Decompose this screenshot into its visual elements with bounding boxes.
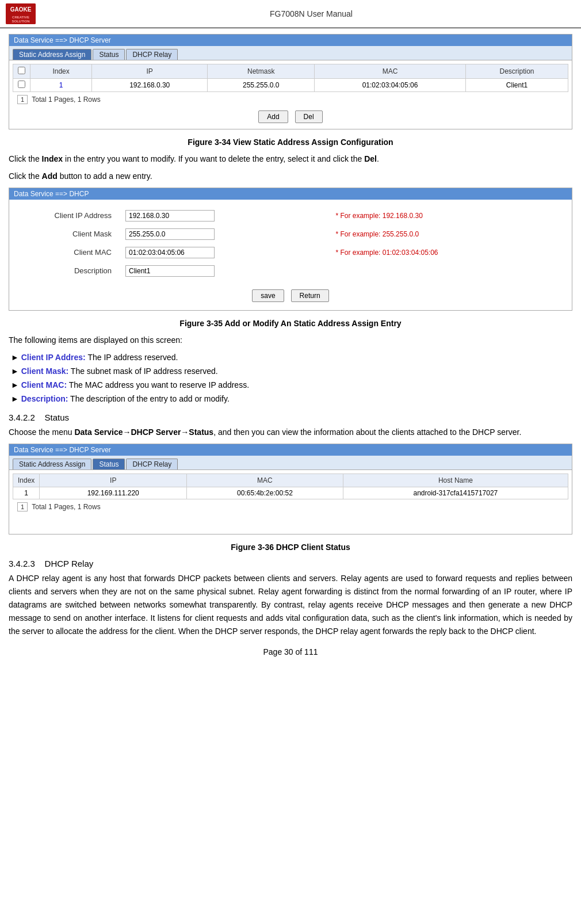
figure35-caption: Figure 3-35 Add or Modify An Static Addr… (9, 319, 572, 328)
figure36-panel-header: Data Service ==> DHCP Server (9, 444, 572, 456)
hint-mask: * For example: 255.255.0.0 (328, 225, 566, 243)
row-ip: 192.168.0.30 (92, 79, 208, 92)
client-ip-input[interactable] (125, 210, 215, 222)
figure34-tab-bar: Static Address Assign Status DHCP Relay (9, 46, 572, 60)
figure36-tab-bar: Static Address Assign Status DHCP Relay (9, 456, 572, 470)
hint-description (328, 262, 566, 280)
svg-text:SOLUTION: SOLUTION (12, 20, 30, 23)
description-input[interactable] (125, 265, 215, 277)
form-row-mask: Client Mask * For example: 255.255.0.0 (15, 225, 566, 243)
col36-index: Index (13, 474, 40, 487)
body-text-4: A DHCP relay agent is any host that forw… (9, 572, 572, 638)
figure34-panel-header: Data Service ==> DHCP Server (9, 35, 572, 46)
col-description: Description (465, 64, 568, 79)
form-row-ip: Client IP Address * For example: 192.168… (15, 207, 566, 225)
form-row-mac: Client MAC * For example: 01:02:03:04:05… (15, 243, 566, 262)
label-description: Description (15, 262, 119, 280)
row-netmask: 255.255.0.0 (208, 79, 315, 92)
row-checkbox-cell (13, 79, 30, 92)
page-footer: Page 30 of 111 (9, 647, 572, 656)
body-text-2: Click the Add button to add a new entry. (9, 170, 572, 182)
row-index: 1 (30, 79, 92, 92)
save-button[interactable]: save (252, 289, 284, 302)
bullet-list: ► Client IP Addres: The IP address reser… (9, 351, 572, 406)
logo-icon: GAOKE CREATIVE SOLUTION (6, 3, 36, 24)
pagination-text-36: Total 1 Pages, 1 Rows (32, 503, 100, 511)
figure36-caption: Figure 3-36 DHCP Client Status (9, 543, 572, 552)
pagination-text-1: Total 1 Pages, 1 Rows (32, 96, 100, 104)
del-button-1[interactable]: Del (295, 110, 323, 123)
pagination-row-1: 1 Total 1 Pages, 1 Rows (13, 92, 568, 107)
logo: GAOKE CREATIVE SOLUTION (6, 3, 36, 24)
label-client-ip: Client IP Address (15, 207, 119, 225)
row-checkbox[interactable] (18, 81, 25, 88)
row36-hostname: android-317cfa1415717027 (343, 487, 568, 499)
index-link[interactable]: 1 (59, 81, 63, 89)
section-343-heading: 3.4.2.3 DHCP Relay (9, 559, 572, 568)
figure34-table: Index IP Netmask MAC Description 1 192.1… (13, 64, 568, 92)
input-cell-description (119, 262, 328, 280)
bullet-item-3: ► Description: The description of the en… (11, 392, 572, 406)
select-all-checkbox[interactable] (18, 67, 25, 74)
row-description: Client1 (465, 79, 568, 92)
pagination-row-36: 1 Total 1 Pages, 1 Rows (13, 499, 568, 514)
figure34-panel: Data Service ==> DHCP Server Static Addr… (9, 34, 572, 129)
hint-mac: * For example: 01:02:03:04:05:06 (328, 243, 566, 262)
col36-ip: IP (40, 474, 187, 487)
bullet-item-1: ► Client Mask: The subnet mask of IP add… (11, 365, 572, 379)
hint-ip: * For example: 192.168.0.30 (328, 207, 566, 225)
col-mac: MAC (315, 64, 466, 79)
row36-mac: 00:65:4b:2e:00:52 (187, 487, 343, 499)
figure36-table: Index IP MAC Host Name 1 192.169.111.220… (13, 474, 568, 499)
col36-mac: MAC (187, 474, 343, 487)
client-mask-input[interactable] (125, 228, 215, 240)
row36-index: 1 (13, 487, 40, 499)
row-mac: 01:02:03:04:05:06 (315, 79, 466, 92)
tab-static-address-assign-2[interactable]: Static Address Assign (13, 459, 91, 469)
add-button-1[interactable]: Add (258, 110, 288, 123)
col-index: Index (30, 64, 92, 79)
col-netmask: Netmask (208, 64, 315, 79)
col-checkbox (13, 64, 30, 79)
screen-items-intro: The following items are displayed on thi… (9, 334, 572, 346)
row36-ip: 192.169.111.220 (40, 487, 187, 499)
table-row-36: 1 192.169.111.220 00:65:4b:2e:00:52 andr… (13, 487, 568, 499)
tab-status-2[interactable]: Status (93, 459, 125, 469)
figure35-panel-header: Data Service ==> DHCP (9, 188, 572, 200)
label-client-mac: Client MAC (15, 243, 119, 262)
body-text-3: Choose the menu Data Service→DHCP Server… (9, 426, 572, 438)
input-cell-ip (119, 207, 328, 225)
figure35-panel: Data Service ==> DHCP Client IP Address … (9, 188, 572, 311)
return-button[interactable]: Return (291, 289, 329, 302)
label-client-mask: Client Mask (15, 225, 119, 243)
figure34-btn-row: Add Del (13, 107, 568, 127)
tab-dhcp-relay-1[interactable]: DHCP Relay (126, 49, 178, 60)
page-title: FG7008N User Manual (47, 9, 575, 18)
body-text-1: Click the Index in the entry you want to… (9, 152, 572, 165)
bullet-item-0: ► Client IP Addres: The IP address reser… (11, 351, 572, 365)
tab-status-1[interactable]: Status (93, 49, 125, 60)
figure36-panel: Data Service ==> DHCP Server Static Addr… (9, 444, 572, 534)
input-cell-mac (119, 243, 328, 262)
tab-dhcp-relay-2[interactable]: DHCP Relay (126, 459, 178, 469)
input-cell-mask (119, 225, 328, 243)
table-row: 1 192.168.0.30 255.255.0.0 01:02:03:04:0… (13, 79, 568, 92)
svg-text:GAOKE: GAOKE (10, 6, 32, 13)
tab-static-address-assign-1[interactable]: Static Address Assign (13, 49, 91, 60)
figure35-btn-row: save Return (15, 286, 566, 306)
form-row-description: Description (15, 262, 566, 280)
pager-box-36[interactable]: 1 (17, 502, 28, 511)
bullet-item-2: ► Client MAC: The MAC address you want t… (11, 379, 572, 392)
figure34-caption: Figure 3-34 View Static Address Assign C… (9, 138, 572, 147)
pager-box-1[interactable]: 1 (17, 95, 28, 104)
col-ip: IP (92, 64, 208, 79)
section-342-heading: 3.4.2.2 Status (9, 413, 572, 422)
figure35-form: Client IP Address * For example: 192.168… (15, 207, 566, 280)
client-mac-input[interactable] (125, 247, 215, 258)
svg-text:CREATIVE: CREATIVE (12, 16, 29, 19)
col36-hostname: Host Name (343, 474, 568, 487)
page-header: GAOKE CREATIVE SOLUTION FG7008N User Man… (0, 0, 581, 28)
